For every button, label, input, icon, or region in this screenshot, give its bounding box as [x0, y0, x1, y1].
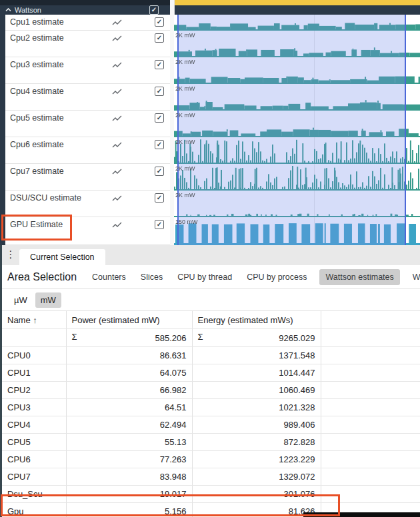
track-scale-label: 2K mW: [175, 59, 195, 65]
track-scale-label: 2K mW: [175, 85, 195, 92]
track-scale-label: 2K mW: [175, 165, 195, 172]
sparkline-icon: [112, 35, 122, 44]
track-label: Cpu6 estimate: [10, 140, 64, 149]
track-row-cpu2-estimate[interactable]: Cpu2 estimate✓: [5, 31, 170, 57]
table-row-cpu0[interactable]: CPU086.6311371.548: [2, 347, 420, 364]
cell-energy: 989.406: [192, 416, 321, 434]
cell-power: 64.51: [66, 399, 192, 416]
cell-empty: [321, 451, 420, 468]
details-panel: ⋮ Current Selection Area Selection Count…: [0, 245, 420, 517]
cell-energy: 1223.229: [192, 451, 321, 468]
cell-empty: [321, 416, 420, 434]
sparkline-icon: [112, 168, 122, 177]
table-row-cpu1[interactable]: CPU164.0751014.447: [2, 364, 420, 382]
track-label: Cpu5 estimate: [10, 113, 64, 123]
cell-energy: 872.828: [192, 434, 321, 451]
cell-power: 55.13: [66, 434, 192, 451]
sparkline-icon: [112, 195, 122, 204]
selection-subtabs: Area Selection CountersSlicesCPU by thre…: [2, 265, 420, 289]
chevron-up-icon[interactable]: [5, 8, 11, 12]
sparkline-icon: [112, 61, 122, 71]
cell-empty: [321, 382, 420, 399]
cell-energy: 1371.548: [192, 347, 321, 364]
subtab-counters[interactable]: Counters: [92, 272, 126, 282]
track-checkbox[interactable]: ✓: [155, 17, 164, 27]
table-row-cpu2[interactable]: CPU266.9821060.469: [2, 382, 420, 399]
cell-power: 64.075: [66, 364, 192, 382]
tab-current-selection[interactable]: Current Selection: [19, 249, 105, 265]
table-row-cpu4[interactable]: CPU462.494989.406: [2, 416, 420, 434]
group-title: Wattson: [15, 6, 41, 14]
table-sigma-row: Σ585.206 Σ9265.029: [2, 329, 420, 347]
column-header-energy[interactable]: Energy (estimated mWs): [192, 311, 321, 329]
track-row-cpu6-estimate[interactable]: Cpu6 estimate✓: [5, 137, 170, 164]
track-label: DSU/SCU estimate: [10, 193, 81, 203]
timeline-header-spacer: [174, 5, 420, 15]
cell-energy: 1014.447: [192, 364, 321, 382]
cell-name: CPU5: [2, 434, 66, 451]
track-chart-area[interactable]: 2K mW2K mW2K mW2K mW2K mW2K mW2K mW150 m…: [174, 15, 420, 245]
annotation-box-gpu-track: [1, 215, 72, 241]
table-row-cpu3[interactable]: CPU364.511021.328: [2, 399, 420, 416]
subtab-wattson-by[interactable]: Wattson by: [413, 272, 420, 282]
track-checkbox[interactable]: ✓: [155, 87, 164, 96]
cell-name: CPU0: [2, 347, 66, 364]
sort-arrow-icon: ↑: [33, 315, 37, 325]
unit-button-mw[interactable]: mW: [35, 292, 61, 308]
sigma-icon: Σ: [72, 332, 77, 342]
track-label: Cpu3 estimate: [10, 60, 64, 69]
cell-empty: [321, 347, 420, 364]
cell-power: 86.631: [66, 347, 192, 364]
track-checkbox[interactable]: ✓: [155, 220, 164, 229]
unit-button-µw[interactable]: µW: [9, 292, 33, 308]
table-row-cpu5[interactable]: CPU555.13872.828: [2, 434, 420, 451]
track-scale-label: 2K mW: [175, 112, 195, 119]
page-title: Area Selection: [7, 271, 77, 283]
sparkline-icon: [112, 141, 122, 151]
track-label: Cpu4 estimate: [10, 87, 64, 96]
minimap-overview-bar[interactable]: [174, 0, 420, 5]
cell-energy: 1021.328: [192, 399, 321, 416]
table-row-cpu6[interactable]: CPU677.2631223.229: [2, 451, 420, 468]
track-checkbox[interactable]: ✓: [155, 113, 164, 123]
subtab-slices[interactable]: Slices: [141, 272, 163, 282]
track-row-cpu4-estimate[interactable]: Cpu4 estimate✓: [5, 84, 170, 111]
table-header-row: Name ↑ Power (estimated mW) Energy (esti…: [2, 311, 420, 329]
cell-power: 83.948: [66, 468, 192, 486]
track-group-header[interactable]: Wattson ✓: [0, 5, 170, 15]
sparkline-icon: [112, 115, 122, 124]
column-header-name[interactable]: Name ↑: [2, 311, 66, 329]
cell-name: CPU3: [2, 399, 66, 416]
track-checkbox[interactable]: ✓: [155, 60, 164, 69]
cell-energy: 1329.072: [192, 468, 321, 486]
cell-empty: [321, 364, 420, 382]
subtab-cpu-by-thread[interactable]: CPU by thread: [177, 272, 232, 282]
subtab-wattson-estimates[interactable]: Wattson estimates: [319, 269, 399, 285]
track-name-panel: Cpu1 estimate✓Cpu2 estimate✓Cpu3 estimat…: [5, 15, 170, 245]
group-left-strip[interactable]: [0, 15, 5, 245]
cell-empty: [321, 399, 420, 416]
selection-overlay[interactable]: [177, 15, 406, 245]
track-scale-label: 150 mW: [175, 219, 198, 225]
subtab-cpu-by-process[interactable]: CPU by process: [247, 272, 307, 282]
drag-handle-icon[interactable]: ⋮: [2, 249, 19, 265]
cell-name: CPU1: [2, 364, 66, 382]
track-row-cpu1-estimate[interactable]: Cpu1 estimate✓: [5, 15, 170, 31]
timeline-topstrip: [0, 0, 170, 5]
cell-energy: 1060.469: [192, 382, 321, 399]
track-checkbox[interactable]: ✓: [155, 33, 164, 43]
annotation-box-gpu-row: [1, 494, 340, 516]
track-row-cpu7-estimate[interactable]: Cpu7 estimate✓: [5, 164, 170, 191]
column-header-power[interactable]: Power (estimated mW): [66, 311, 192, 329]
track-row-dsu-scu-estimate[interactable]: DSU/SCU estimate✓: [5, 191, 170, 217]
cell-name: CPU2: [2, 382, 66, 399]
track-row-cpu3-estimate[interactable]: Cpu3 estimate✓: [5, 57, 170, 84]
track-scale-label: 2K mW: [175, 192, 195, 199]
track-checkbox[interactable]: ✓: [155, 167, 164, 176]
track-row-cpu5-estimate[interactable]: Cpu5 estimate✓: [5, 111, 170, 137]
column-header-empty: [321, 311, 420, 329]
track-checkbox[interactable]: ✓: [155, 193, 164, 203]
table-row-cpu7[interactable]: CPU783.9481329.072: [2, 468, 420, 486]
group-checkbox[interactable]: ✓: [149, 5, 159, 15]
track-checkbox[interactable]: ✓: [155, 140, 164, 149]
